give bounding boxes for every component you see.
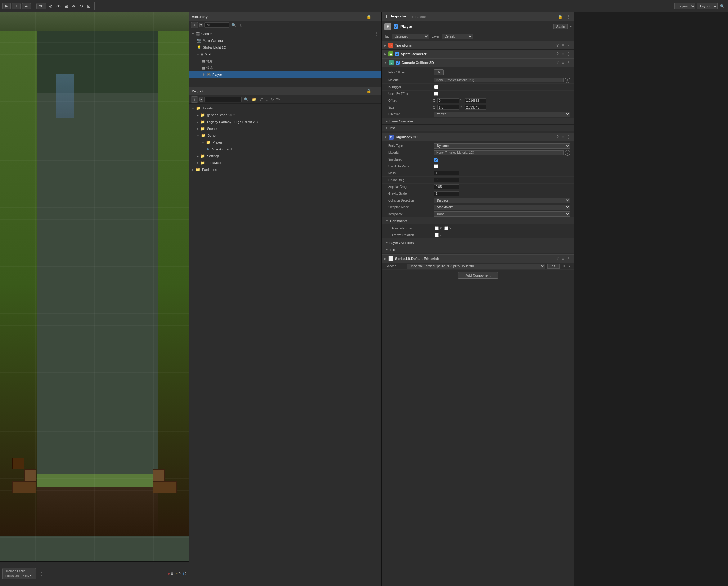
project-item-settings[interactable]: ▶ 📁 Settings	[189, 153, 381, 159]
transform-header[interactable]: ▶ ↔ Transform ? ≡ ⋮	[382, 41, 574, 50]
mass-input[interactable]	[434, 171, 459, 176]
project-refresh-btn[interactable]: ↻	[270, 97, 275, 102]
rigidbody-header[interactable]: ▼ ⚙ Rigidbody 2D ? ≡ ⋮	[382, 133, 574, 141]
project-search-input[interactable]	[204, 97, 242, 102]
project-item-generic-char[interactable]: ▶ 📁 generic_char_v0.2	[189, 112, 381, 118]
hierarchy-item-main-camera[interactable]: 📷 Main Camera	[189, 37, 381, 44]
project-item-player-controller[interactable]: # PlayerController	[189, 146, 381, 153]
move-button[interactable]: ✥	[71, 3, 77, 9]
capsule-collider-help-btn[interactable]: ?	[555, 60, 559, 65]
material-component-header[interactable]: ▶ Sprite-Lit-Default (Material) ? ≡ ⋮	[382, 254, 574, 263]
pause-button[interactable]: ⏸	[12, 3, 21, 9]
tile-palette-tab[interactable]: Tile Palette	[409, 15, 426, 19]
project-tag-icon[interactable]: 🏷	[258, 97, 264, 102]
angular-drag-input[interactable]	[434, 185, 459, 189]
constraints-foldout[interactable]: ▼ Constraints	[382, 218, 574, 224]
material-settings-btn[interactable]: ≡	[561, 256, 565, 261]
transform-more-btn[interactable]: ⋮	[566, 43, 572, 48]
hierarchy-filter-btn[interactable]: ⊞	[238, 23, 243, 28]
play-button[interactable]: ▶	[2, 3, 10, 9]
static-button[interactable]: Static	[553, 24, 568, 29]
rotate-button[interactable]: ↻	[78, 3, 84, 9]
shader-list-btn[interactable]: ≡	[562, 264, 566, 269]
hierarchy-item-player[interactable]: 👁 🎮 Player	[189, 71, 381, 78]
sprite-renderer-header[interactable]: ▶ ▣ Sprite Renderer ? ≡ ⋮	[382, 50, 574, 58]
material-help-btn[interactable]: ?	[555, 256, 559, 261]
body-type-dropdown[interactable]: Dynamic	[434, 143, 570, 149]
collider-offset-x-input[interactable]	[437, 98, 459, 103]
inspector-tab[interactable]: Inspector	[391, 14, 406, 19]
hierarchy-more-btn[interactable]: ⋮	[373, 14, 379, 19]
project-item-player-folder[interactable]: ▼ 📁 Player	[189, 139, 381, 146]
bottom-more-btn[interactable]: ⋮	[39, 571, 44, 577]
hierarchy-add-btn[interactable]: +	[191, 22, 198, 28]
player-active-checkbox[interactable]	[394, 25, 398, 29]
layout-dropdown[interactable]: Layout	[697, 3, 718, 9]
inspector-lock-btn[interactable]: 🔒	[557, 14, 563, 19]
project-info-icon[interactable]: ℹ	[265, 97, 269, 102]
static-dropdown-arrow[interactable]: ▾	[570, 25, 572, 28]
collider-size-x-input[interactable]	[437, 105, 459, 110]
inspector-more-btn[interactable]: ⋮	[566, 14, 572, 19]
gizmos-button[interactable]: ⚙	[48, 3, 54, 9]
freeze-pos-x-checkbox[interactable]	[435, 227, 439, 230]
used-by-effector-checkbox[interactable]	[434, 92, 438, 96]
add-component-button[interactable]: Add Component	[458, 272, 498, 279]
freeze-rot-z-checkbox[interactable]	[435, 233, 439, 237]
project-search-icon[interactable]: 🔍	[243, 97, 250, 102]
shader-edit-btn[interactable]: Edit...	[547, 264, 560, 268]
capsule-collider-settings-btn[interactable]: ≡	[561, 60, 565, 65]
capsule-collider-more-btn[interactable]: ⋮	[566, 60, 572, 65]
simulated-checkbox[interactable]	[434, 158, 438, 162]
freeze-pos-y-checkbox[interactable]	[444, 227, 448, 230]
hierarchy-add-dropdown[interactable]: ▾	[199, 23, 203, 27]
project-item-script[interactable]: ▼ 📁 Script	[189, 132, 381, 139]
hierarchy-item-global-light[interactable]: 💡 Global Light 2D	[189, 44, 381, 51]
hierarchy-lock-btn[interactable]: 🔒	[366, 14, 372, 19]
collider-info[interactable]: ▶ Info	[382, 125, 574, 131]
sprite-renderer-settings-btn[interactable]: ≡	[561, 51, 565, 56]
edit-collider-btn[interactable]: ✎	[434, 70, 444, 75]
material-more-btn[interactable]: ⋮	[566, 256, 572, 261]
focus-value-dropdown[interactable]: None▾	[21, 574, 33, 578]
scene-canvas[interactable]	[0, 12, 189, 561]
step-button[interactable]: ⏭	[22, 3, 31, 9]
collider-direction-dropdown[interactable]: Vertical	[434, 112, 570, 117]
rigidbody-help-btn[interactable]: ?	[555, 135, 559, 139]
project-add-dropdown[interactable]: ▾	[199, 97, 203, 102]
project-item-tilesmap[interactable]: ▶ 📁 TilesMap	[189, 159, 381, 166]
sprite-renderer-help-btn[interactable]: ?	[555, 51, 559, 56]
tag-dropdown[interactable]: Untagged	[392, 34, 429, 39]
sprite-renderer-more-btn[interactable]: ⋮	[566, 51, 572, 56]
hierarchy-search-input[interactable]	[204, 22, 229, 28]
project-folder-icon[interactable]: 📁	[251, 97, 257, 102]
project-add-btn[interactable]: +	[191, 97, 198, 103]
view-options-button[interactable]: 👁	[55, 3, 62, 9]
layers-dropdown[interactable]: Layers	[674, 3, 696, 9]
hierarchy-search-btn[interactable]: 🔍	[231, 23, 237, 28]
rigidbody-info[interactable]: ▶ Info	[382, 246, 574, 253]
capsule-collider-checkbox[interactable]	[396, 61, 400, 65]
project-lock-btn[interactable]: 🔒	[366, 89, 372, 94]
hierarchy-item-waterfall[interactable]: ▦ 瀑布	[189, 64, 381, 71]
rigidbody-settings-btn[interactable]: ≡	[561, 135, 565, 139]
sleeping-mode-dropdown[interactable]: Start Awake	[434, 205, 570, 210]
search-top-button[interactable]: 🔍	[719, 4, 726, 9]
hierarchy-item-terrain[interactable]: ▦ 地形	[189, 58, 381, 64]
transform-settings-btn[interactable]: ≡	[561, 43, 565, 48]
capsule-collider-header[interactable]: ▼ ◎ Capsule Collider 2D ? ≡ ⋮	[382, 58, 574, 67]
rigidbody-material-target-btn[interactable]: ⊙	[565, 150, 570, 156]
gravity-scale-input[interactable]	[434, 191, 459, 196]
shader-dropdown[interactable]: Universal Render Pipeline/2D/Sprite-Lit-…	[407, 264, 545, 269]
layer-dropdown[interactable]: Default	[442, 34, 473, 39]
project-more-btn[interactable]: ⋮	[373, 89, 379, 94]
sprite-renderer-checkbox[interactable]	[395, 52, 399, 56]
2d-view-button[interactable]: 2D	[36, 3, 46, 9]
collider-material-target-btn[interactable]: ⊙	[565, 78, 570, 83]
project-item-assets[interactable]: ▼ 📁 Assets	[189, 105, 381, 112]
rigidbody-layer-overrides[interactable]: ▶ Layer Overrides	[382, 239, 574, 246]
collision-detection-dropdown[interactable]: Discrete	[434, 198, 570, 203]
is-trigger-checkbox[interactable]	[434, 85, 438, 89]
rigidbody-more-btn[interactable]: ⋮	[566, 135, 572, 139]
linear-drag-input[interactable]	[434, 178, 459, 182]
